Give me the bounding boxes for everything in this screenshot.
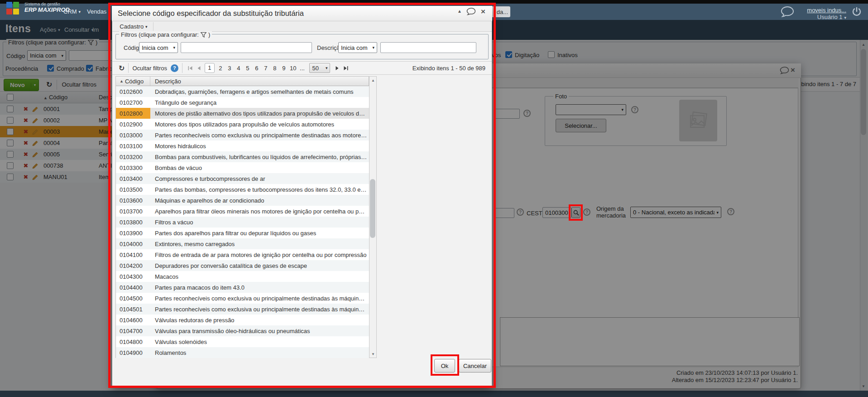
- page-number[interactable]: 6: [254, 65, 260, 72]
- edit-pencil-icon[interactable]: [32, 174, 38, 180]
- cancel-button[interactable]: Cancelar: [459, 359, 491, 373]
- row-checkbox[interactable]: [7, 174, 14, 180]
- collapse-icon[interactable]: ▲: [457, 9, 462, 14]
- modal-menu-cadastro[interactable]: Cadastro▾: [114, 22, 153, 31]
- modal-table-row[interactable]: 0102800Motores de pistão alternativo dos…: [116, 108, 369, 119]
- logout-power-icon[interactable]: [851, 6, 862, 17]
- row-checkbox[interactable]: [7, 151, 14, 158]
- edit-pencil-icon[interactable]: [32, 129, 38, 135]
- page-filters-legend[interactable]: Filtros (clique para configurar: ): [6, 39, 99, 46]
- modal-table-row[interactable]: 0104100Filtros de entrada de ar para mot…: [116, 249, 369, 260]
- row-checkbox[interactable]: [7, 162, 14, 169]
- ok-button[interactable]: Ok: [434, 359, 455, 373]
- nav-menu-vendas[interactable]: Vendas▾: [87, 8, 110, 15]
- modal-table-row[interactable]: 0104500Partes reconhecíveis como exclusi…: [116, 293, 369, 304]
- select-all-checkbox[interactable]: [7, 94, 14, 101]
- modal-ocultar-filtros-button[interactable]: Ocultar filtros: [129, 65, 171, 72]
- modal-table-row[interactable]: 0104400Partes para macacos do item 43.0: [116, 282, 369, 293]
- row-checkbox[interactable]: [7, 128, 14, 135]
- modal-table-row[interactable]: 0103100Motores hidráulicos: [116, 140, 369, 151]
- delete-icon[interactable]: ✖: [24, 151, 29, 158]
- modal-codigo-filter-input[interactable]: [181, 42, 312, 53]
- comprado-checkbox[interactable]: [47, 65, 54, 72]
- modal-table-row[interactable]: 0103300Bombas de vácuo: [116, 162, 369, 173]
- close-icon[interactable]: ×: [481, 8, 485, 15]
- page-number[interactable]: 2: [217, 65, 224, 72]
- modal-table-row[interactable]: 0104800Válvulas solenóides: [116, 336, 369, 347]
- chat-bubble-icon[interactable]: [780, 6, 795, 18]
- observacoes-panel[interactable]: [500, 317, 800, 366]
- selecionar-button[interactable]: Selecionar...: [556, 119, 606, 132]
- help-icon[interactable]: ?: [517, 208, 524, 216]
- modal-table-row[interactable]: 0103800Filtros a vácuo: [116, 217, 369, 228]
- modal-table-row[interactable]: 0103000Partes reconhecíveis como exclusi…: [116, 130, 369, 140]
- last-page-icon[interactable]: [343, 66, 348, 71]
- modal-table-row[interactable]: 0104000Extintores, mesmo carregados: [116, 238, 369, 249]
- page-menu-importar[interactable]: Im: [92, 26, 99, 33]
- edit-pencil-icon[interactable]: [32, 117, 38, 124]
- novo-button[interactable]: Novo▾: [4, 79, 39, 91]
- modal-scrollbar-thumb[interactable]: [370, 179, 375, 238]
- help-icon[interactable]: ?: [523, 110, 531, 117]
- help-icon[interactable]: ?: [631, 106, 638, 113]
- modal-descricao-filter-input[interactable]: [380, 42, 476, 53]
- page-ocultar-filtros-button[interactable]: Ocultar filtros: [58, 81, 100, 88]
- first-page-icon[interactable]: [188, 66, 193, 71]
- delete-icon[interactable]: ✖: [24, 128, 29, 135]
- hidden-field-fragment[interactable]: [494, 109, 520, 119]
- modal-filters-legend[interactable]: Filtros (clique para configurar: ): [119, 31, 212, 38]
- foto-select[interactable]: ▾: [556, 104, 626, 115]
- scroll-up-icon[interactable]: ▲: [369, 77, 377, 84]
- page-menu-acoes[interactable]: Ações▾: [40, 26, 60, 33]
- modal-table-row[interactable]: 0103600Máquinas e aparelhos de ar condic…: [116, 195, 369, 206]
- modal-table-row[interactable]: 0103200Bombas para combustíveis, lubrifi…: [116, 151, 369, 162]
- modal-table-row[interactable]: 0103700Aparelhos para filtrar óleos mine…: [116, 206, 369, 217]
- page-number[interactable]: 10: [290, 65, 296, 72]
- modal-table-row[interactable]: 0103500Partes das bombas, compressores e…: [116, 184, 369, 195]
- modal-table-row[interactable]: 0103400Compressores e turbocompressores …: [116, 173, 369, 184]
- modal-table-row[interactable]: 0104900Rolamentos: [116, 347, 369, 358]
- refresh-icon[interactable]: ↻: [115, 64, 128, 73]
- modal-table-row[interactable]: 0103900Partes dos aparelhos para filtrar…: [116, 228, 369, 238]
- modal-col-descricao[interactable]: Descrição: [150, 78, 369, 85]
- cest-input[interactable]: 0100300: [542, 207, 571, 218]
- delete-icon[interactable]: ✖: [24, 174, 29, 180]
- page-scrollbar-thumb[interactable]: [861, 49, 866, 135]
- scroll-down-icon[interactable]: ▼: [860, 382, 867, 390]
- edit-pencil-icon[interactable]: [32, 106, 38, 112]
- modal-table-row[interactable]: 0104600Válvulas redutoras de pressão: [116, 315, 369, 325]
- delete-icon[interactable]: ✖: [24, 117, 29, 124]
- modal-table-row[interactable]: 0104501Partes reconhecíveis como exclusi…: [116, 304, 369, 315]
- modal-col-codigo[interactable]: ▲Código: [116, 77, 150, 86]
- help-icon[interactable]: ?: [171, 64, 178, 72]
- page-col-codigo[interactable]: ▲Código: [42, 94, 97, 101]
- modal-table-row[interactable]: 0102600Dobradiças, guarnições, ferragens…: [116, 86, 369, 97]
- page-number[interactable]: 7: [263, 65, 269, 72]
- inativos-checkbox[interactable]: [548, 51, 555, 58]
- page-number-current[interactable]: 1: [205, 63, 215, 73]
- page-number[interactable]: 9: [281, 65, 287, 72]
- prev-page-icon[interactable]: [197, 66, 201, 71]
- scroll-up-icon[interactable]: ▲: [860, 41, 867, 48]
- help-icon[interactable]: ?: [583, 208, 590, 216]
- help-icon[interactable]: ?: [727, 208, 734, 215]
- row-checkbox[interactable]: [7, 106, 14, 112]
- modal-table-row[interactable]: 0104300Macacos: [116, 271, 369, 282]
- modal-table-row[interactable]: 0102900Motores dos tipos utilizados para…: [116, 119, 369, 130]
- edit-pencil-icon[interactable]: [32, 151, 38, 158]
- ncm-field-fragment[interactable]: [494, 208, 514, 218]
- page-codigo-operator-select[interactable]: Inicia com▾: [27, 50, 66, 61]
- page-number[interactable]: 5: [245, 65, 251, 72]
- row-checkbox[interactable]: [7, 117, 14, 124]
- comment-icon[interactable]: [466, 8, 476, 16]
- row-checkbox[interactable]: [7, 140, 14, 146]
- nav-menu-crm[interactable]: CRM▾: [63, 8, 81, 15]
- modal-codigo-operator-select[interactable]: Inicia com▾: [139, 42, 178, 53]
- next-page-icon[interactable]: [335, 66, 340, 71]
- cest-search-button[interactable]: [571, 207, 580, 218]
- refresh-icon[interactable]: ↻: [43, 80, 56, 89]
- modal-table-row[interactable]: 0104200Depuradores por conversão catalít…: [116, 260, 369, 271]
- delete-icon[interactable]: ✖: [24, 106, 29, 112]
- delete-icon[interactable]: ✖: [24, 140, 29, 146]
- modal-table-row[interactable]: 0104700Válvulas para transmissão óleo-hi…: [116, 325, 369, 336]
